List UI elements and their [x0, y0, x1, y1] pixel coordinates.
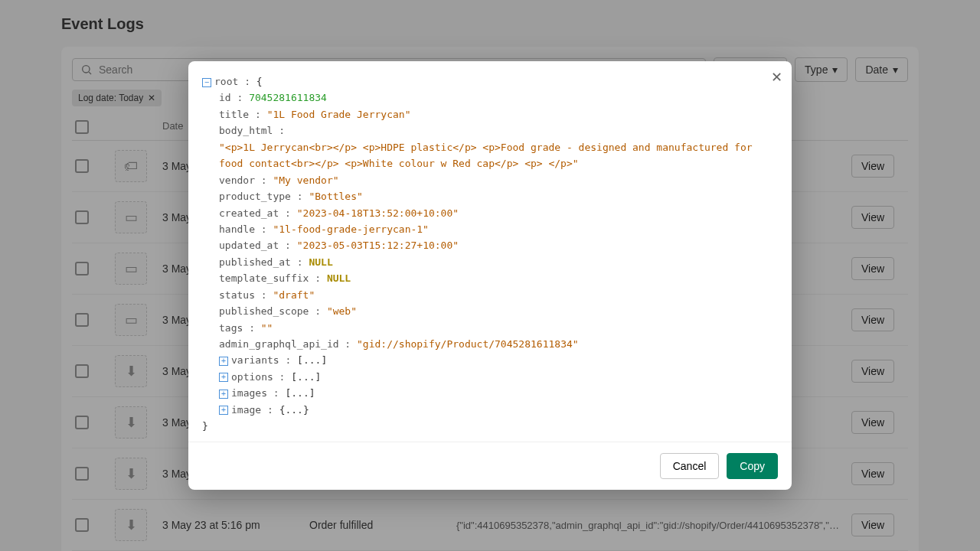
json-tree: −root : {id : 7045281611834title : "1L F…	[202, 73, 778, 435]
page-root: Event Logs Category ▾ Type ▾ Date ▾ Log …	[0, 0, 980, 551]
copy-button[interactable]: Copy	[727, 453, 778, 479]
close-icon: ✕	[771, 70, 782, 85]
modal-footer: Cancel Copy	[188, 442, 792, 490]
collapse-toggle-icon[interactable]: −	[202, 78, 211, 87]
modal-overlay[interactable]: ✕ −root : {id : 7045281611834title : "1L…	[0, 0, 980, 551]
expand-toggle-icon[interactable]: +	[219, 390, 228, 399]
modal-body: ✕ −root : {id : 7045281611834title : "1L…	[188, 61, 792, 442]
cancel-button[interactable]: Cancel	[660, 453, 720, 479]
expand-toggle-icon[interactable]: +	[219, 406, 228, 415]
modal-close-button[interactable]: ✕	[771, 69, 782, 86]
json-modal: ✕ −root : {id : 7045281611834title : "1L…	[188, 61, 792, 490]
expand-toggle-icon[interactable]: +	[219, 373, 228, 382]
expand-toggle-icon[interactable]: +	[219, 357, 228, 366]
